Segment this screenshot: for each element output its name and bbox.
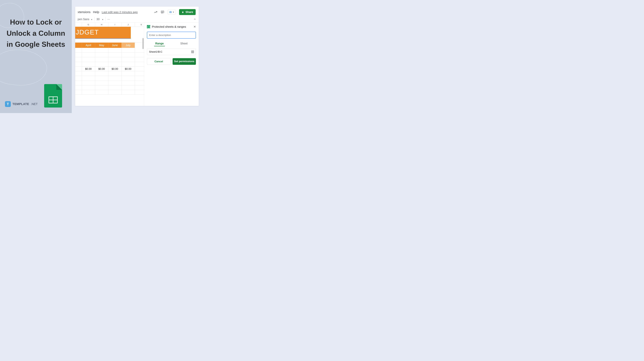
present-button[interactable]: ▼: [168, 10, 176, 14]
last-edit-link[interactable]: Last edit was 2 minutes ago: [102, 10, 138, 14]
brand-text-main: TEMPLATE: [12, 102, 29, 106]
svg-rect-0: [161, 11, 164, 13]
col-header[interactable]: I: [108, 22, 122, 26]
share-button[interactable]: Share: [179, 9, 196, 15]
menu-extensions[interactable]: xtensions: [78, 10, 90, 14]
promo-left-panel: How to Lock or Unlock a Column in Google…: [0, 0, 72, 113]
fontsize-selector[interactable]: 30 ▼: [96, 18, 104, 21]
template-t-icon: T: [5, 101, 11, 107]
caret-down-icon: ▼: [173, 11, 174, 13]
more-toolbar[interactable]: ···: [108, 18, 110, 21]
spreadsheet-area[interactable]: G H I J K JDGET April May June July: [75, 22, 144, 106]
empty-row[interactable]: [75, 39, 144, 42]
range-input[interactable]: Sheet1!B:C: [147, 48, 196, 55]
panel-title: Protected sheets & ranges: [152, 25, 192, 28]
title-cell[interactable]: JDGET: [75, 27, 131, 39]
font-selector[interactable]: pen Sans ▼: [78, 18, 92, 21]
month-cell[interactable]: May: [95, 42, 108, 48]
data-rows: $0.00 $0.00 $0.00 $0.00: [75, 48, 144, 95]
value-cell[interactable]: $0.00: [108, 66, 122, 71]
brand-badge: T TEMPLATE.NET: [5, 101, 38, 107]
menubar-row: xtensions Help Last edit was 2 minutes a…: [75, 6, 199, 16]
col-header[interactable]: J: [122, 22, 135, 26]
month-cell[interactable]: June: [108, 42, 122, 48]
vertical-scrollbar[interactable]: [142, 38, 144, 49]
sheets-window: xtensions Help Last edit was 2 minutes a…: [75, 6, 199, 106]
select-range-icon[interactable]: [191, 50, 194, 53]
protected-ranges-panel: Protected sheets & ranges ✕ Range Sheet …: [144, 22, 199, 106]
lock-icon: [182, 11, 184, 13]
sheets-mini-icon: [147, 25, 150, 28]
set-permissions-button[interactable]: Set permissions: [172, 58, 196, 65]
tab-range[interactable]: Range: [154, 41, 165, 46]
trend-icon[interactable]: [154, 10, 158, 14]
close-icon[interactable]: ✕: [194, 25, 196, 28]
svg-rect-4: [182, 12, 184, 13]
toolbar: pen Sans ▼ 30 ▼ ···: [75, 16, 199, 22]
decorative-curve: [0, 46, 49, 89]
collapse-toolbar-icon[interactable]: [194, 18, 196, 20]
description-input[interactable]: [147, 32, 196, 38]
value-cell[interactable]: $0.00: [95, 66, 108, 71]
column-headers: G H I J K: [75, 22, 144, 27]
comment-icon[interactable]: [161, 10, 164, 14]
google-sheets-logo: [44, 84, 62, 107]
col-header[interactable]: G: [82, 22, 95, 26]
col-header[interactable]: K: [135, 22, 144, 26]
range-value: Sheet1!B:C: [149, 50, 162, 53]
col-header[interactable]: H: [95, 22, 108, 26]
month-header-row: April May June July: [75, 42, 144, 48]
range-sheet-tabs: Range Sheet: [147, 41, 196, 46]
value-cell[interactable]: $0.00: [122, 66, 135, 71]
brand-text-suffix: .NET: [31, 102, 38, 106]
caret-down-icon: ▼: [102, 18, 104, 20]
value-cell[interactable]: $0.00: [82, 66, 95, 71]
caret-down-icon: ▼: [91, 18, 92, 20]
month-cell[interactable]: April: [82, 42, 95, 48]
values-row: $0.00 $0.00 $0.00 $0.00: [75, 66, 144, 71]
menu-help[interactable]: Help: [93, 10, 99, 14]
share-label: Share: [186, 10, 193, 14]
tab-sheet[interactable]: Sheet: [179, 41, 188, 46]
cancel-button[interactable]: Cancel: [147, 58, 171, 65]
separator: [94, 17, 95, 21]
month-cell[interactable]: July: [122, 42, 135, 48]
